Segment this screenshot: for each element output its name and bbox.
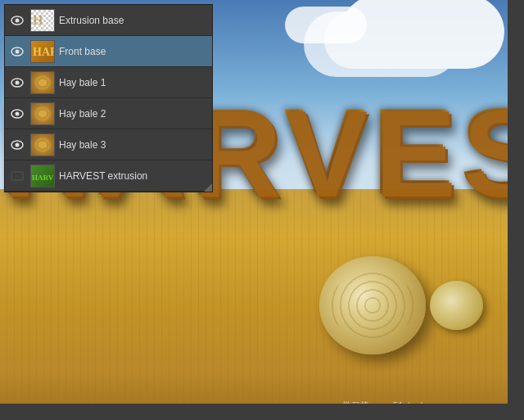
main-container: HARVEST. 学习棒 www.51abcd.com H Extrusion [0, 0, 524, 420]
layer-item[interactable]: HARV HARVEST extrusion [5, 160, 212, 192]
right-panel [508, 0, 524, 420]
layer-name: HARVEST extrusion [59, 170, 209, 182]
svg-point-9 [38, 79, 47, 87]
layer-thumbnail: HAR [30, 40, 55, 63]
svg-point-13 [38, 110, 47, 118]
layer-visibility-toggle[interactable] [8, 105, 26, 123]
layer-name: Hay bale 3 [59, 139, 209, 151]
cloud-2 [285, 7, 367, 43]
layer-name: Hay bale 2 [59, 108, 209, 120]
svg-point-7 [16, 80, 20, 84]
svg-rect-18 [11, 172, 23, 180]
layer-item[interactable]: Hay bale 2 [5, 98, 212, 129]
layer-thumbnail [30, 102, 55, 125]
svg-text:HAR: HAR [33, 46, 54, 58]
svg-point-17 [38, 141, 47, 149]
layer-name: Front base [59, 46, 209, 57]
layer-visibility-toggle[interactable] [8, 74, 26, 92]
layer-visibility-toggle[interactable] [8, 167, 26, 185]
resize-handle[interactable] [204, 183, 212, 192]
svg-point-1 [16, 18, 20, 22]
svg-point-11 [16, 111, 20, 115]
svg-point-15 [16, 142, 20, 147]
layer-item[interactable]: HAR Front base [5, 36, 212, 67]
svg-point-4 [16, 49, 20, 53]
layer-thumbnail: H [30, 9, 55, 32]
layer-visibility-toggle[interactable] [8, 11, 26, 29]
hay-bale-main [319, 256, 426, 355]
svg-text:H: H [33, 13, 43, 27]
layer-visibility-toggle[interactable] [8, 43, 26, 61]
svg-text:HARV: HARV [32, 174, 54, 182]
layers-panel: H Extrusion base HAR Front base [4, 4, 213, 192]
layer-item[interactable]: H Extrusion base [5, 5, 212, 36]
layer-visibility-toggle[interactable] [8, 136, 26, 154]
hay-bale-small [430, 281, 483, 330]
bottom-bar [0, 404, 524, 420]
layer-thumbnail [30, 71, 55, 94]
layer-item[interactable]: Hay bale 3 [5, 129, 212, 160]
layer-item[interactable]: Hay bale 1 [5, 67, 212, 98]
layer-name: Extrusion base [59, 15, 209, 26]
layer-name: Hay bale 1 [59, 77, 209, 88]
layer-thumbnail [30, 133, 55, 156]
layer-thumbnail: HARV [30, 165, 55, 187]
